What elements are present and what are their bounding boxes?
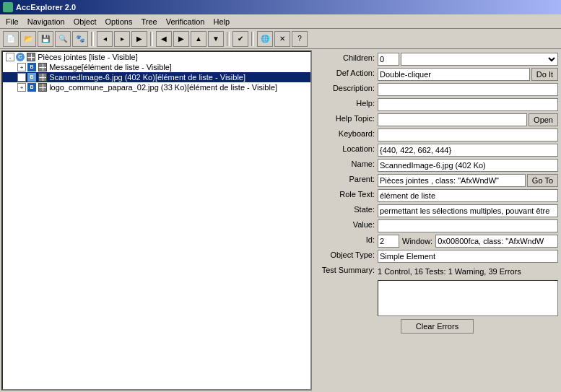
- app-title: AccExplorer 2.0: [16, 3, 76, 12]
- icon-b-message: B: [27, 63, 36, 71]
- icon-b-scanned: B: [27, 73, 36, 82]
- prop-value: Value:: [316, 219, 558, 233]
- toolbar-help[interactable]: ?: [292, 31, 308, 47]
- menu-options[interactable]: Options: [101, 16, 137, 27]
- tree-panel[interactable]: - C Pièces jointes [liste - Visible] + B…: [1, 51, 312, 391]
- def-action-input[interactable]: [378, 68, 530, 81]
- object-type-input[interactable]: [378, 250, 558, 263]
- tree-item-root[interactable]: - C Pièces jointes [liste - Visible]: [3, 52, 310, 62]
- menu-object[interactable]: Object: [69, 16, 101, 27]
- app-icon: [3, 2, 13, 12]
- expand-logo[interactable]: +: [17, 83, 26, 92]
- children-select[interactable]: [401, 53, 558, 66]
- toolbar-nav-down[interactable]: ▼: [208, 31, 224, 47]
- prop-name: Name:: [316, 158, 558, 173]
- prop-parent-wrap: Go To: [378, 173, 558, 188]
- tree-label-logo: logo_commune_papara_02.jpg (33 Ko)[éléme…: [49, 83, 277, 92]
- value-input[interactable]: [378, 219, 558, 232]
- toolbar-prev-sibling[interactable]: ◂: [97, 31, 113, 47]
- prop-children-wrap: [378, 52, 558, 66]
- menu-bar: File Navigation Object Options Tree Veri…: [0, 14, 561, 29]
- description-input[interactable]: [378, 83, 558, 96]
- prop-description: Description:: [316, 82, 558, 97]
- goto-button[interactable]: Go To: [527, 174, 558, 187]
- prop-help-label: Help:: [316, 97, 378, 112]
- id-input[interactable]: [378, 235, 399, 248]
- keyboard-input[interactable]: [378, 129, 558, 141]
- prop-def-action-label: Def Action:: [316, 67, 378, 82]
- name-input[interactable]: [378, 159, 558, 172]
- prop-keyboard-label: Keyboard:: [316, 128, 378, 142]
- do-it-button[interactable]: Do It: [531, 68, 558, 81]
- icon-b-logo: B: [27, 83, 36, 92]
- expand-message[interactable]: +: [17, 63, 26, 71]
- menu-tree[interactable]: Tree: [136, 16, 161, 27]
- prop-role-text-wrap: [378, 188, 558, 203]
- toolbar-globe[interactable]: 🌐: [257, 31, 273, 47]
- prop-children-label: Children:: [316, 52, 378, 66]
- icon-grid-root: [27, 53, 35, 61]
- help-topic-input[interactable]: [378, 113, 527, 126]
- prop-help-topic-label: Help Topic:: [316, 113, 378, 127]
- prop-keyboard-wrap: [378, 128, 558, 142]
- icon-grid-logo: [38, 83, 47, 92]
- role-text-input[interactable]: [378, 189, 558, 202]
- menu-file[interactable]: File: [1, 16, 23, 27]
- tree-item-logo[interactable]: + B logo_commune_papara_02.jpg (33 Ko)[é…: [3, 82, 310, 92]
- toolbar-save[interactable]: 💾: [38, 31, 53, 47]
- clear-errors-button[interactable]: Clear Errors: [401, 319, 474, 334]
- prop-description-wrap: [378, 82, 558, 97]
- toolbar-sep2: [150, 32, 153, 46]
- test-summary-value: 1 Control, 16 Tests: 1 Warning, 39 Error…: [378, 267, 521, 276]
- prop-location: Location:: [316, 143, 558, 157]
- toolbar-next-sibling[interactable]: ▸: [114, 31, 130, 47]
- icon-c-root: C: [16, 53, 25, 61]
- window-input[interactable]: [435, 235, 558, 248]
- test-summary-area-label: [316, 279, 378, 316]
- toolbar-nav-left[interactable]: ◀: [156, 31, 172, 47]
- prop-help-topic: Help Topic: Open: [316, 113, 558, 127]
- toolbar-nav-up[interactable]: ▲: [191, 31, 206, 47]
- prop-help-wrap: [378, 97, 558, 112]
- toolbar-btn5[interactable]: 🐾: [72, 31, 88, 47]
- toolbar-nav-right[interactable]: ▶: [173, 31, 189, 47]
- prop-location-wrap: [378, 143, 558, 157]
- help-input[interactable]: [378, 98, 558, 111]
- main-content: - C Pièces jointes [liste - Visible] + B…: [0, 49, 561, 392]
- menu-navigation[interactable]: Navigation: [23, 16, 69, 27]
- tree-item-message[interactable]: + B Message[élément de liste - Visible]: [3, 62, 310, 72]
- expand-scanned[interactable]: +: [17, 73, 26, 82]
- prop-description-label: Description:: [316, 82, 378, 97]
- tree-item-scanned[interactable]: + B ScannedImage-6.jpg (402 Ko)[élément …: [3, 72, 310, 82]
- prop-id-label: Id:: [316, 234, 378, 248]
- toolbar-btn4[interactable]: 🔍: [55, 31, 71, 47]
- prop-object-type: Object Type:: [316, 249, 558, 263]
- toolbar-cross[interactable]: ✕: [274, 31, 290, 47]
- toolbar-sep4: [251, 32, 254, 46]
- window-label: Window:: [402, 237, 432, 245]
- toolbar-new[interactable]: 📄: [3, 31, 19, 47]
- menu-help[interactable]: Help: [209, 16, 234, 27]
- prop-value-label: Value:: [316, 219, 378, 233]
- prop-id: Id: Window:: [316, 234, 558, 248]
- prop-object-type-label: Object Type:: [316, 249, 378, 263]
- open-button[interactable]: Open: [529, 113, 558, 126]
- test-summary-textarea[interactable]: [378, 280, 558, 316]
- prop-name-wrap: [378, 158, 558, 173]
- toolbar-open[interactable]: 📂: [20, 31, 36, 47]
- test-summary-area-wrap: [378, 279, 558, 316]
- prop-state-wrap: [378, 204, 558, 218]
- toolbar-sep1: [91, 32, 94, 46]
- state-input[interactable]: [378, 204, 558, 217]
- expand-root[interactable]: -: [6, 53, 14, 61]
- parent-input[interactable]: [378, 174, 526, 187]
- toolbar-first-child[interactable]: ▶: [131, 31, 147, 47]
- toolbar-check[interactable]: ✔: [232, 31, 248, 47]
- prop-test-summary: Test Summary: 1 Control, 16 Tests: 1 War…: [316, 264, 558, 279]
- children-input[interactable]: [378, 53, 399, 66]
- location-input[interactable]: [378, 144, 558, 157]
- menu-verification[interactable]: Verification: [162, 16, 209, 27]
- prop-name-label: Name:: [316, 158, 378, 173]
- tree-label-root: Pièces jointes [liste - Visible]: [38, 53, 138, 61]
- toolbar-sep3: [227, 32, 230, 46]
